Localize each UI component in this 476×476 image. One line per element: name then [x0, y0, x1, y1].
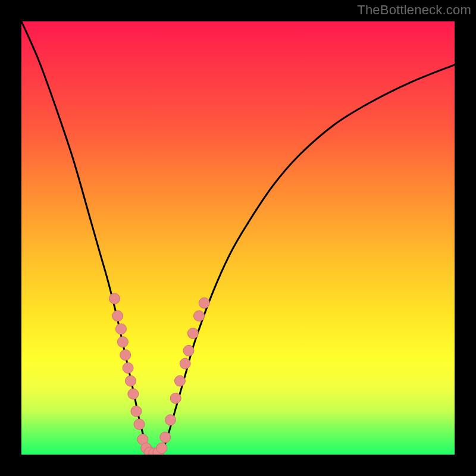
sample-dot — [134, 419, 145, 430]
sample-dot — [131, 406, 142, 416]
attribution-text: TheBottleneck.com — [357, 2, 471, 18]
sample-dots-group — [109, 293, 210, 455]
sample-dot — [128, 389, 139, 399]
sample-dot — [174, 375, 185, 386]
sample-dot — [112, 311, 123, 321]
sample-dot — [194, 311, 205, 321]
plot-area — [21, 21, 455, 455]
sample-dot — [165, 415, 176, 425]
sample-dot — [187, 328, 198, 339]
sample-dot — [117, 337, 128, 347]
sample-dot — [183, 345, 194, 356]
sample-dot — [115, 324, 126, 334]
sample-dot — [180, 358, 190, 369]
bottleneck-curve — [21, 21, 455, 455]
sample-dot — [120, 350, 131, 361]
sample-dot — [126, 375, 136, 386]
sample-dot — [109, 293, 120, 304]
chart-svg — [21, 21, 455, 455]
sample-dot — [199, 298, 209, 308]
chart-frame: TheBottleneck.com — [0, 0, 476, 476]
sample-dot — [156, 443, 167, 453]
sample-dot — [170, 393, 181, 403]
sample-dot — [160, 432, 171, 443]
sample-dot — [123, 362, 133, 373]
